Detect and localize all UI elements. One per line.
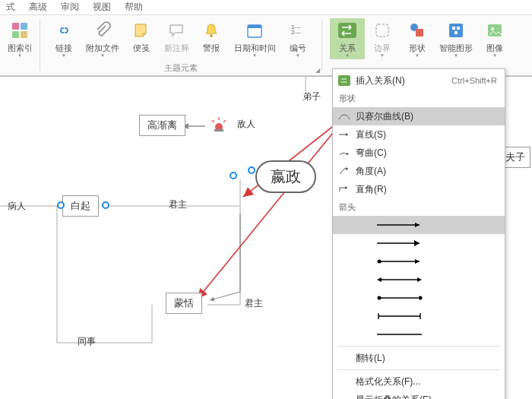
arrow-style-7[interactable] [333, 325, 505, 344]
tab-advanced[interactable]: 高级 [29, 1, 47, 14]
label-junzhu1: 君主 [169, 198, 187, 211]
shapes-icon [407, 20, 428, 41]
numbering-button[interactable]: 1—2—编号▼ [280, 18, 315, 59]
svg-rect-12 [416, 29, 423, 36]
menu-header-arrow: 箭头 [333, 198, 505, 216]
node-gaojianli[interactable]: 高渐离 [139, 115, 185, 136]
menu-format[interactable]: 格式化关系(F)... [333, 372, 505, 391]
border-icon [372, 20, 393, 41]
group-expand-icon[interactable]: ◢ [315, 67, 320, 74]
svg-rect-9 [338, 23, 356, 38]
node-mengtian[interactable]: 蒙恬 [166, 293, 202, 314]
menu-flip[interactable]: 翻转(L) [333, 349, 505, 367]
svg-point-44 [419, 296, 423, 300]
label-bingren: 病人 [8, 200, 26, 213]
tab-review[interactable]: 审阅 [61, 1, 79, 14]
relationship-icon [337, 20, 358, 41]
note-icon [131, 20, 152, 41]
shape-button[interactable]: 形状▼ [400, 18, 435, 59]
svg-rect-3 [21, 31, 27, 38]
label-dizi: 弟子 [302, 90, 321, 103]
menu-bezier[interactable]: 贝赛尔曲线(B) [333, 107, 505, 125]
svg-point-4 [210, 34, 213, 37]
menu-tabs: 式 高级 审阅 视图 帮助 [0, 0, 532, 15]
image-index-icon [9, 20, 30, 41]
arrow-style-6[interactable] [333, 307, 505, 325]
image-index-button[interactable]: 图索引▼ [2, 18, 37, 59]
label-diren: 敌人 [237, 118, 255, 131]
svg-rect-34 [214, 129, 223, 131]
bezier-icon [337, 109, 351, 123]
svg-rect-14 [452, 27, 455, 30]
svg-rect-1 [21, 23, 27, 30]
menu-angle[interactable]: 角度(A) [333, 162, 505, 180]
menu-showfold[interactable]: 显示折叠的关系(E)... [333, 391, 505, 399]
paperclip-icon [92, 20, 113, 41]
svg-rect-13 [449, 24, 463, 37]
tab-style[interactable]: 式 [6, 1, 15, 14]
svg-rect-15 [457, 27, 460, 30]
number-icon: 1—2— [287, 20, 309, 41]
node-center[interactable]: 嬴政 [255, 160, 316, 193]
comment-icon [166, 20, 187, 41]
note-button[interactable]: 便笺 [124, 18, 159, 55]
arrow-style-2[interactable] [333, 234, 505, 252]
svg-rect-10 [376, 24, 388, 36]
hyperlink-button[interactable]: 链接▼ [46, 18, 81, 59]
attachment-button[interactable]: 附加文件▼ [81, 18, 124, 59]
svg-rect-35 [338, 75, 350, 86]
menu-insert-relation[interactable]: 插入关系(N) Ctrl+Shift+R [333, 71, 505, 90]
svg-line-32 [198, 117, 346, 299]
arrow-style-1[interactable] [333, 216, 505, 234]
svg-point-42 [378, 296, 382, 300]
label-tongshi: 同事 [78, 335, 96, 348]
menu-header-shape: 形状 [333, 90, 505, 107]
tab-help[interactable]: 帮助 [125, 1, 143, 14]
link-icon [53, 20, 74, 41]
svg-point-39 [378, 260, 382, 264]
calendar-icon [244, 20, 265, 41]
relationship-dropdown: 插入关系(N) Ctrl+Shift+R 形状 贝赛尔曲线(B) 直线(S) 弯… [332, 68, 505, 399]
group-label-elements: 主题元素 [40, 62, 321, 74]
svg-rect-16 [454, 31, 458, 34]
selection-handle-3[interactable] [248, 166, 255, 174]
relationship-small-icon [337, 74, 351, 87]
arrow-style-3[interactable] [333, 252, 505, 271]
selection-handle-left[interactable] [57, 201, 65, 209]
image-button[interactable]: 图像▼ [477, 18, 512, 59]
image-icon [484, 20, 505, 41]
menu-rightangle[interactable]: 直角(R) [333, 180, 505, 198]
bell-icon [201, 20, 222, 41]
arrow-style-4[interactable] [333, 271, 505, 289]
selection-handle-2[interactable] [230, 172, 237, 179]
relationship-button[interactable]: 关系▼ [330, 18, 365, 59]
comment-button[interactable]: 新注释 [159, 18, 194, 55]
angle-icon [337, 164, 351, 178]
smartart-icon [445, 20, 467, 41]
svg-rect-6 [248, 25, 261, 28]
svg-line-30 [210, 292, 240, 300]
rightangle-icon [337, 182, 351, 196]
arrow-style-5[interactable] [333, 289, 505, 307]
tab-view[interactable]: 视图 [93, 1, 111, 14]
node-baiqi[interactable]: 白起 [62, 195, 99, 217]
svg-text:2—: 2— [291, 29, 300, 36]
border-button[interactable]: 边界▼ [365, 18, 400, 59]
curve-icon [337, 146, 351, 160]
straight-icon [337, 128, 351, 141]
datetime-button[interactable]: 日期和时间▼ [229, 18, 280, 59]
menu-curve[interactable]: 弯曲(C) [333, 144, 505, 162]
label-junzhu2: 君主 [245, 297, 263, 310]
alarm-button[interactable]: 警报 [194, 18, 229, 55]
svg-point-18 [491, 27, 494, 30]
svg-rect-2 [12, 31, 19, 38]
menu-straight[interactable]: 直线(S) [333, 125, 505, 144]
smartart-button[interactable]: 智能图形▼ [435, 18, 477, 59]
ribbon: 图索引▼ 链接▼ 附加文件▼ 便笺 新注释 警报 日期和时间▼ 1—2—编号▼ … [0, 15, 532, 76]
selection-handle-right[interactable] [102, 201, 109, 209]
svg-rect-0 [12, 23, 19, 30]
